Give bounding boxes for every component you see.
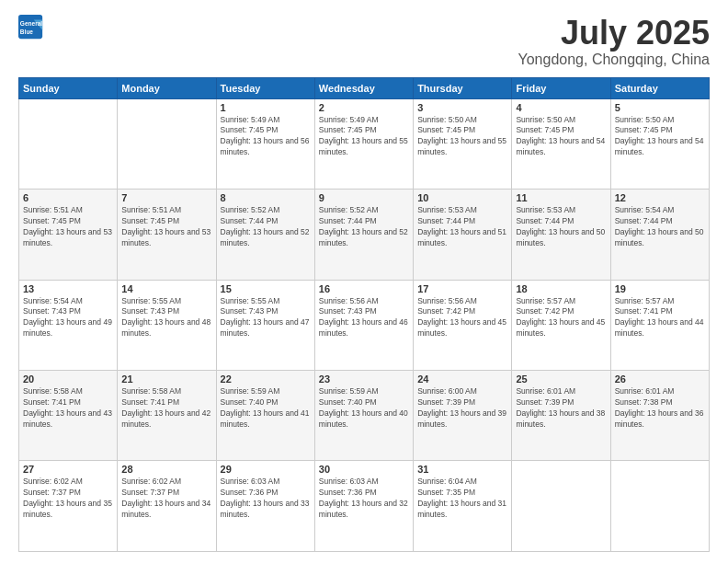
day-detail: Sunrise: 5:49 AMSunset: 7:45 PMDaylight:… xyxy=(221,115,311,159)
day-detail: Sunrise: 5:58 AMSunset: 7:41 PMDaylight:… xyxy=(121,386,211,431)
calendar-week-3: 13Sunrise: 5:54 AMSunset: 7:43 PMDayligh… xyxy=(19,280,710,370)
calendar-cell: 24Sunrise: 6:00 AMSunset: 7:39 PMDayligh… xyxy=(414,371,512,461)
day-number: 29 xyxy=(221,464,311,475)
calendar-table: Sunday Monday Tuesday Wednesday Thursday… xyxy=(18,77,710,552)
calendar-cell: 19Sunrise: 5:57 AMSunset: 7:41 PMDayligh… xyxy=(610,280,709,370)
day-number: 7 xyxy=(121,192,211,203)
calendar-cell xyxy=(118,98,216,189)
day-detail: Sunrise: 5:49 AMSunset: 7:45 PMDaylight:… xyxy=(319,115,409,159)
col-friday: Friday xyxy=(512,77,610,98)
calendar-cell: 20Sunrise: 5:58 AMSunset: 7:41 PMDayligh… xyxy=(19,371,118,461)
calendar-cell: 28Sunrise: 6:02 AMSunset: 7:37 PMDayligh… xyxy=(118,461,216,552)
day-number: 24 xyxy=(417,373,507,385)
day-number: 3 xyxy=(417,102,507,113)
day-detail: Sunrise: 5:54 AMSunset: 7:43 PMDaylight:… xyxy=(23,296,113,340)
day-number: 18 xyxy=(516,283,606,294)
calendar-cell: 26Sunrise: 6:01 AMSunset: 7:38 PMDayligh… xyxy=(610,371,709,461)
calendar-cell: 9Sunrise: 5:52 AMSunset: 7:44 PMDaylight… xyxy=(314,190,413,280)
day-number: 27 xyxy=(23,464,113,475)
col-monday: Monday xyxy=(118,77,216,98)
calendar-week-4: 20Sunrise: 5:58 AMSunset: 7:41 PMDayligh… xyxy=(19,371,710,461)
day-detail: Sunrise: 6:01 AMSunset: 7:39 PMDaylight:… xyxy=(516,386,606,431)
calendar-cell: 10Sunrise: 5:53 AMSunset: 7:44 PMDayligh… xyxy=(414,190,512,280)
calendar-cell: 2Sunrise: 5:49 AMSunset: 7:45 PMDaylight… xyxy=(314,98,413,189)
calendar-cell: 27Sunrise: 6:02 AMSunset: 7:37 PMDayligh… xyxy=(19,461,118,552)
day-detail: Sunrise: 5:59 AMSunset: 7:40 PMDaylight:… xyxy=(221,386,311,431)
calendar-week-2: 6Sunrise: 5:51 AMSunset: 7:45 PMDaylight… xyxy=(19,190,710,280)
calendar-cell: 18Sunrise: 5:57 AMSunset: 7:42 PMDayligh… xyxy=(512,280,610,370)
calendar-header-row: Sunday Monday Tuesday Wednesday Thursday… xyxy=(19,77,710,98)
calendar-cell: 25Sunrise: 6:01 AMSunset: 7:39 PMDayligh… xyxy=(512,371,610,461)
header: General Blue July 2025 Yongdong, Chongqi… xyxy=(18,15,710,68)
day-number: 14 xyxy=(121,283,211,294)
day-number: 21 xyxy=(121,373,211,385)
page: General Blue July 2025 Yongdong, Chongqi… xyxy=(0,0,728,563)
calendar-cell: 6Sunrise: 5:51 AMSunset: 7:45 PMDaylight… xyxy=(19,190,118,280)
day-detail: Sunrise: 6:03 AMSunset: 7:36 PMDaylight:… xyxy=(221,477,311,521)
calendar-cell xyxy=(512,461,610,552)
day-detail: Sunrise: 5:56 AMSunset: 7:43 PMDaylight:… xyxy=(319,296,409,340)
day-detail: Sunrise: 5:52 AMSunset: 7:44 PMDaylight:… xyxy=(221,205,311,249)
day-number: 12 xyxy=(615,192,705,203)
day-detail: Sunrise: 6:02 AMSunset: 7:37 PMDaylight:… xyxy=(23,477,113,521)
day-detail: Sunrise: 6:00 AMSunset: 7:39 PMDaylight:… xyxy=(417,386,507,431)
day-detail: Sunrise: 5:50 AMSunset: 7:45 PMDaylight:… xyxy=(615,115,705,159)
calendar-cell: 22Sunrise: 5:59 AMSunset: 7:40 PMDayligh… xyxy=(216,371,314,461)
day-detail: Sunrise: 5:58 AMSunset: 7:41 PMDaylight:… xyxy=(23,386,113,431)
calendar-cell xyxy=(19,98,118,189)
calendar-cell: 31Sunrise: 6:04 AMSunset: 7:35 PMDayligh… xyxy=(414,461,512,552)
day-detail: Sunrise: 5:50 AMSunset: 7:45 PMDaylight:… xyxy=(417,115,507,159)
day-number: 10 xyxy=(417,192,507,203)
calendar-cell: 17Sunrise: 5:56 AMSunset: 7:42 PMDayligh… xyxy=(414,280,512,370)
day-number: 17 xyxy=(417,283,507,294)
day-detail: Sunrise: 6:03 AMSunset: 7:36 PMDaylight:… xyxy=(319,477,409,521)
day-number: 28 xyxy=(121,464,211,475)
calendar-cell: 16Sunrise: 5:56 AMSunset: 7:43 PMDayligh… xyxy=(314,280,413,370)
title-block: July 2025 Yongdong, Chongqing, China xyxy=(518,15,710,68)
day-detail: Sunrise: 5:54 AMSunset: 7:44 PMDaylight:… xyxy=(615,205,705,249)
calendar-cell: 15Sunrise: 5:55 AMSunset: 7:43 PMDayligh… xyxy=(216,280,314,370)
logo-icon: General Blue xyxy=(18,15,44,40)
calendar-cell: 11Sunrise: 5:53 AMSunset: 7:44 PMDayligh… xyxy=(512,190,610,280)
calendar-cell: 7Sunrise: 5:51 AMSunset: 7:45 PMDaylight… xyxy=(118,190,216,280)
calendar-week-1: 1Sunrise: 5:49 AMSunset: 7:45 PMDaylight… xyxy=(19,98,710,189)
calendar-cell: 3Sunrise: 5:50 AMSunset: 7:45 PMDaylight… xyxy=(414,98,512,189)
day-detail: Sunrise: 5:55 AMSunset: 7:43 PMDaylight:… xyxy=(221,296,311,340)
day-number: 30 xyxy=(319,464,409,475)
col-sunday: Sunday xyxy=(19,77,118,98)
day-detail: Sunrise: 5:53 AMSunset: 7:44 PMDaylight:… xyxy=(417,205,507,249)
calendar-cell: 23Sunrise: 5:59 AMSunset: 7:40 PMDayligh… xyxy=(314,371,413,461)
day-number: 13 xyxy=(23,283,113,294)
day-number: 31 xyxy=(417,464,507,475)
month-title: July 2025 xyxy=(518,15,710,52)
location-title: Yongdong, Chongqing, China xyxy=(518,52,710,68)
day-detail: Sunrise: 5:55 AMSunset: 7:43 PMDaylight:… xyxy=(121,296,211,340)
day-detail: Sunrise: 5:50 AMSunset: 7:45 PMDaylight:… xyxy=(516,115,606,159)
day-detail: Sunrise: 5:57 AMSunset: 7:41 PMDaylight:… xyxy=(615,296,705,340)
day-number: 22 xyxy=(221,373,311,385)
calendar-cell: 30Sunrise: 6:03 AMSunset: 7:36 PMDayligh… xyxy=(314,461,413,552)
day-detail: Sunrise: 5:51 AMSunset: 7:45 PMDaylight:… xyxy=(121,205,211,249)
day-detail: Sunrise: 6:01 AMSunset: 7:38 PMDaylight:… xyxy=(615,386,705,431)
calendar-week-5: 27Sunrise: 6:02 AMSunset: 7:37 PMDayligh… xyxy=(19,461,710,552)
day-detail: Sunrise: 5:59 AMSunset: 7:40 PMDaylight:… xyxy=(319,386,409,431)
col-saturday: Saturday xyxy=(610,77,709,98)
day-number: 6 xyxy=(23,192,113,203)
day-number: 9 xyxy=(319,192,409,203)
day-number: 16 xyxy=(319,283,409,294)
calendar-cell: 5Sunrise: 5:50 AMSunset: 7:45 PMDaylight… xyxy=(610,98,709,189)
day-number: 20 xyxy=(23,373,113,385)
col-wednesday: Wednesday xyxy=(314,77,413,98)
calendar-cell: 21Sunrise: 5:58 AMSunset: 7:41 PMDayligh… xyxy=(118,371,216,461)
calendar-cell: 8Sunrise: 5:52 AMSunset: 7:44 PMDaylight… xyxy=(216,190,314,280)
day-number: 19 xyxy=(615,283,705,294)
col-tuesday: Tuesday xyxy=(216,77,314,98)
col-thursday: Thursday xyxy=(414,77,512,98)
logo: General Blue xyxy=(18,15,44,40)
day-detail: Sunrise: 5:57 AMSunset: 7:42 PMDaylight:… xyxy=(516,296,606,340)
day-detail: Sunrise: 5:56 AMSunset: 7:42 PMDaylight:… xyxy=(417,296,507,340)
day-number: 4 xyxy=(516,102,606,113)
day-detail: Sunrise: 6:04 AMSunset: 7:35 PMDaylight:… xyxy=(417,477,507,521)
day-number: 1 xyxy=(221,102,311,113)
day-detail: Sunrise: 5:52 AMSunset: 7:44 PMDaylight:… xyxy=(319,205,409,249)
